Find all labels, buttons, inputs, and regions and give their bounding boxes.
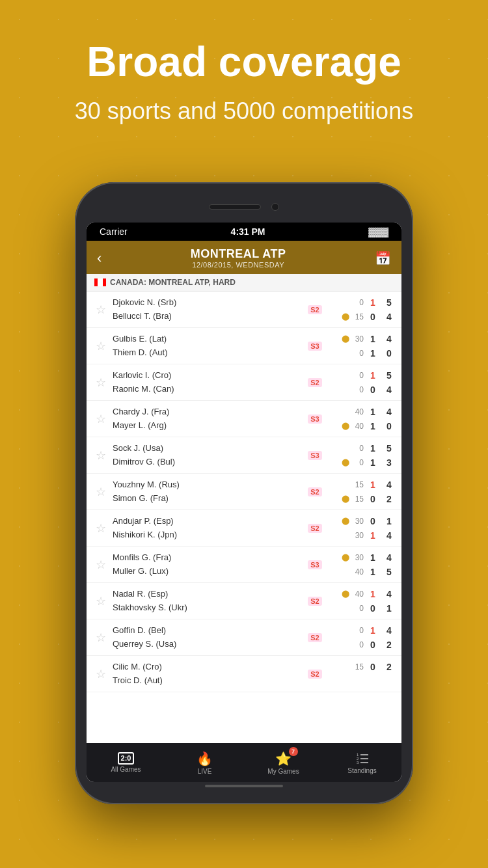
match-score-group: ⬤ 30 30 (327, 514, 364, 543)
player2-set-score (364, 674, 382, 688)
standings-icon: 1 2 3 (355, 751, 370, 766)
match-players: Djokovic N. (Srb) Bellucci T. (Bra) (110, 296, 303, 323)
favorite-button[interactable]: ☆ (92, 668, 110, 680)
match-row[interactable]: ☆ Goffin D. (Bel) Querrey S. (Usa) S2 0 … (87, 619, 401, 656)
nav-my-games[interactable]: ⭐ 7 My Games (244, 743, 323, 782)
match-sets: 1 1 (364, 332, 382, 360)
match-players: Karlovic I. (Cro) Raonic M. (Can) (110, 369, 303, 396)
set-label: S2 (308, 633, 321, 642)
player2-game-score: 0 (382, 346, 396, 360)
player2-score-row: ⬤ 0 (327, 455, 364, 470)
favorite-button[interactable]: ☆ (92, 304, 110, 316)
player2-game-score: 2 (382, 638, 396, 652)
player2-point: 40 (352, 422, 364, 431)
ball-icon: ⬤ (342, 422, 349, 430)
match-row[interactable]: ☆ Sock J. (Usa) Dimitrov G. (Bul) S3 0 ⬤… (87, 437, 401, 474)
player2-name: Stakhovsky S. (Ukr) (113, 601, 300, 615)
player1-point: 15 (352, 480, 364, 489)
player2-name: Querrey S. (Usa) (113, 638, 300, 651)
match-meta: S3 (303, 560, 327, 569)
match-row[interactable]: ☆ Nadal R. (Esp) Stakhovsky S. (Ukr) S2 … (87, 583, 401, 619)
star-outline-icon: ☆ (92, 668, 110, 680)
player1-name: Andujar P. (Esp) (113, 515, 300, 528)
player2-score-row: 0 (327, 346, 364, 360)
match-players: Sock J. (Usa) Dimitrov G. (Bul) (110, 442, 303, 469)
match-row[interactable]: ☆ Cilic M. (Cro) Troic D. (Aut) S2 15 0 … (87, 656, 401, 692)
match-row[interactable]: ☆ Andujar P. (Esp) Nishikori K. (Jpn) S2… (87, 510, 401, 547)
phone-outer: Carrier 4:31 PM ▓▓▓ ‹ MONTREAL ATP 12/08… (75, 182, 413, 804)
ball-icon: ⬤ (342, 334, 349, 343)
ball-icon: ⬤ (342, 458, 349, 467)
battery-label: ▓▓▓ (368, 226, 388, 237)
favorite-button[interactable]: ☆ (92, 450, 110, 461)
player1-game-score: 5 (382, 368, 396, 383)
star-outline-icon: ☆ (92, 377, 110, 388)
set-label: S2 (308, 305, 321, 314)
star-outline-icon: ☆ (92, 486, 110, 498)
calendar-button[interactable]: 📅 (375, 251, 391, 266)
phone-top-bar (87, 194, 401, 220)
player2-game-score: 0 (382, 419, 396, 433)
player2-set-score: 0 (364, 310, 382, 324)
nav-live[interactable]: 🔥 LIVE (165, 743, 244, 782)
player1-point: 30 (352, 553, 364, 562)
favorite-button[interactable]: ☆ (92, 340, 110, 352)
nav-standings-label: Standings (347, 767, 376, 774)
status-time: 4:31 PM (231, 226, 265, 237)
match-row[interactable]: ☆ Gulbis E. (Lat) Thiem D. (Aut) S3 ⬤ 30… (87, 328, 401, 364)
match-sets: 1 0 (364, 587, 382, 616)
match-row[interactable]: ☆ Monfils G. (Fra) Muller G. (Lux) S3 ⬤ … (87, 547, 401, 583)
player1-name: Monfils G. (Fra) (113, 551, 300, 565)
bottom-nav: 2:0 All Games 🔥 LIVE ⭐ 7 My Games 1 (87, 743, 401, 782)
player2-name: Mayer L. (Arg) (113, 419, 300, 433)
player2-score-row: ⬤ 40 (327, 419, 364, 433)
player2-score-row: 0 (327, 638, 364, 652)
match-row[interactable]: ☆ Youzhny M. (Rus) Simon G. (Fra) S2 15 … (87, 474, 401, 510)
player2-name: Bellucci T. (Bra) (113, 310, 300, 323)
player1-point: 0 (352, 444, 364, 453)
match-row[interactable]: ☆ Djokovic N. (Srb) Bellucci T. (Bra) S2… (87, 292, 401, 328)
player1-score-row: 0 (327, 441, 364, 455)
match-score-group: 15 (327, 660, 364, 688)
player2-name: Thiem D. (Aut) (113, 346, 300, 360)
favorite-button[interactable]: ☆ (92, 486, 110, 498)
player2-game-score: 3 (382, 455, 396, 470)
match-score-group: 40 ⬤ 40 (327, 405, 364, 433)
player1-point: 15 (352, 662, 364, 671)
match-players: Nadal R. (Esp) Stakhovsky S. (Ukr) (110, 588, 303, 615)
favorite-button[interactable]: ☆ (92, 413, 110, 425)
player2-game-score: 4 (382, 383, 396, 397)
match-games: 4 0 (382, 405, 396, 433)
player1-point: 30 (352, 334, 364, 344)
player1-point: 0 (352, 371, 364, 380)
player2-score-row: 40 (327, 565, 364, 579)
player2-name: Nishikori K. (Jpn) (113, 528, 300, 542)
favorite-button[interactable]: ☆ (92, 377, 110, 388)
player2-set-score: 1 (364, 455, 382, 470)
match-score-group: ⬤ 30 40 (327, 550, 364, 579)
favorite-button[interactable]: ☆ (92, 595, 110, 607)
player1-name: Djokovic N. (Srb) (113, 296, 300, 310)
favorite-button[interactable]: ☆ (92, 559, 110, 571)
match-meta: S3 (303, 414, 327, 424)
set-label: S3 (308, 342, 321, 351)
player2-name: Simon G. (Fra) (113, 492, 300, 506)
favorite-button[interactable]: ☆ (92, 632, 110, 644)
back-button[interactable]: ‹ (97, 250, 102, 267)
set-label: S2 (308, 378, 321, 387)
nav-all-games[interactable]: 2:0 All Games (87, 743, 165, 782)
match-players: Gulbis E. (Lat) Thiem D. (Aut) (110, 332, 303, 360)
match-meta: S2 (303, 597, 327, 606)
match-list[interactable]: ☆ Djokovic N. (Srb) Bellucci T. (Bra) S2… (87, 292, 401, 743)
favorite-button[interactable]: ☆ (92, 522, 110, 534)
player1-point: 40 (352, 407, 364, 416)
nav-standings[interactable]: 1 2 3 Standings (323, 743, 401, 782)
nav-live-label: LIVE (198, 768, 212, 775)
match-row[interactable]: ☆ Karlovic I. (Cro) Raonic M. (Can) S2 0… (87, 364, 401, 401)
match-row[interactable]: ☆ Chardy J. (Fra) Mayer L. (Arg) S3 40 ⬤… (87, 401, 401, 437)
star-outline-icon: ☆ (92, 632, 110, 644)
match-score-group: ⬤ 40 0 (327, 587, 364, 616)
hero-title: Broad coverage (26, 39, 462, 85)
country-header: CANADA: MONTREAL ATP, HARD (87, 274, 401, 292)
player2-point: 30 (352, 531, 364, 540)
